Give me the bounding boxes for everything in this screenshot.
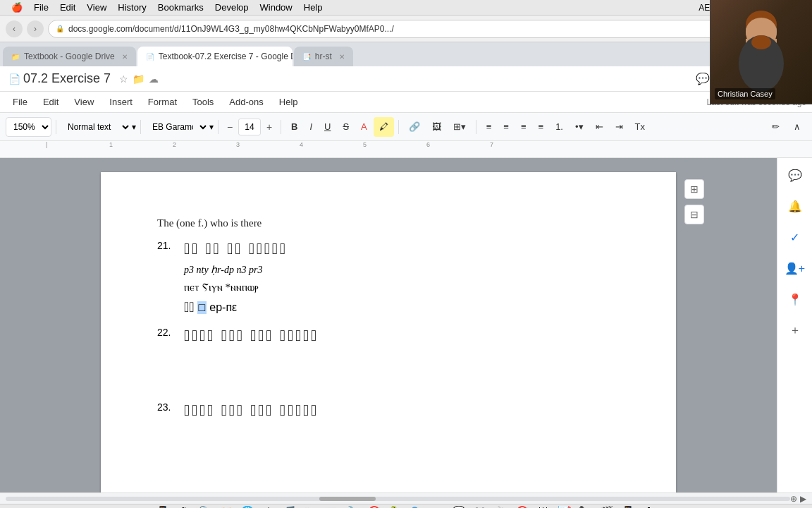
table-button[interactable]: ⊞▾ xyxy=(448,117,472,137)
toolbar-divider-2 xyxy=(140,120,141,134)
tab-docs-favicon: 📄 xyxy=(146,53,154,61)
taskbar-code[interactable]: 🐍 xyxy=(388,504,403,509)
unordered-list[interactable]: •▾ xyxy=(570,117,589,137)
scroll-corner: ⊕ ▶ xyxy=(790,494,806,504)
taskbar-memo[interactable]: 📝 xyxy=(557,504,572,509)
edit-menu[interactable]: Edit xyxy=(54,2,81,13)
doc-menu-view[interactable]: View xyxy=(67,94,101,110)
taskbar: 📱 🗒 🔍 📁 🌐 ⚙ 🎵 📷 💻 🔧 🎯 🐍 🎭 📨 💬 🎮 🔌 🎯 🛡 📝 … xyxy=(0,504,812,508)
sidebar-comments-icon[interactable]: 💬 xyxy=(784,164,806,186)
history-menu[interactable]: History xyxy=(112,2,152,13)
tab-hr[interactable]: 📑 hr-st ✕ xyxy=(294,47,353,66)
align-center[interactable]: ≡ xyxy=(498,117,515,137)
taskbar-dart[interactable]: 🎯 xyxy=(515,504,530,509)
doc-menu-format[interactable]: Format xyxy=(141,94,184,110)
doc-menu-file[interactable]: File xyxy=(6,94,35,110)
video-call-inset: Christian Casey xyxy=(710,0,812,104)
sidebar-notifications-icon[interactable]: 🔔 xyxy=(784,195,806,217)
bookmarks-menu[interactable]: Bookmarks xyxy=(152,2,209,13)
doc-menu-insert[interactable]: Insert xyxy=(102,94,140,110)
sidebar-adduser-icon[interactable]: 👤+ xyxy=(784,257,806,279)
taskbar-browser[interactable]: 🌐 xyxy=(240,504,255,509)
comment-icon[interactable]: 💬 xyxy=(696,72,710,85)
item-23-number: 23. xyxy=(157,401,178,420)
back-button[interactable]: ‹ xyxy=(6,20,23,37)
taskbar-finder[interactable]: 📁 xyxy=(219,504,234,509)
tab-hr-close[interactable]: ✕ xyxy=(339,53,345,61)
taskbar-laptop[interactable]: 💻 xyxy=(324,504,340,509)
expand-btn-1[interactable]: ⊞ xyxy=(684,179,704,199)
align-left[interactable]: ≡ xyxy=(481,117,498,137)
help-menu[interactable]: Help xyxy=(298,2,328,13)
folder-icon[interactable]: 📁 xyxy=(133,73,144,85)
clear-format[interactable]: Tx xyxy=(629,117,651,137)
tab-drive-close[interactable]: ✕ xyxy=(122,53,128,61)
align-justify[interactable]: ≡ xyxy=(533,117,550,137)
taskbar-spotlight[interactable]: 🔍 xyxy=(197,504,213,509)
style-select[interactable]: Normal textHeading 1 xyxy=(61,117,131,137)
indent-more[interactable]: ⇥ xyxy=(610,117,629,137)
edit-mode-button[interactable]: ✏ xyxy=(766,117,785,137)
expand-toolbar[interactable]: ∧ xyxy=(788,117,806,137)
doc-menu-addons[interactable]: Add-ons xyxy=(222,94,270,110)
ordered-list[interactable]: 1. xyxy=(550,117,569,137)
doc-menu-edit[interactable]: Edit xyxy=(36,94,66,110)
sidebar-add-icon[interactable]: ＋ xyxy=(784,319,806,341)
taskbar-mail[interactable]: 📨 xyxy=(430,504,445,509)
view-menu[interactable]: View xyxy=(81,2,112,13)
window-menu[interactable]: Window xyxy=(254,2,298,13)
taskbar-phone2[interactable]: 📞 xyxy=(578,504,593,509)
item-22-hieroglyphs: 𓅀𓁐𓂋𓅓 𓏏𓎡𓈙 𓐝𓅓𓌀 𓃒𓅓𓌀𓄫𓀀 xyxy=(184,327,319,345)
forward-button[interactable]: › xyxy=(27,20,44,37)
italic-button[interactable]: I xyxy=(304,117,318,137)
address-bar[interactable]: 🔒 docs.google.com/document/d/11OnJ9WL4G3… xyxy=(48,20,750,38)
zoom-select[interactable]: 150%100%75% xyxy=(6,117,51,137)
font-size-decrease[interactable]: − xyxy=(223,119,237,135)
tab-docs[interactable]: 📄 Textbook-07.2 Exercise 7 - Google Docs… xyxy=(137,47,293,66)
expand-btn-2[interactable]: ⊟ xyxy=(684,205,704,224)
taskbar-video[interactable]: 🎬 xyxy=(599,504,615,509)
tab-drive[interactable]: 📁 Textbook - Google Drive ✕ xyxy=(3,47,136,66)
scroll-down-btn[interactable]: ▶ xyxy=(800,494,806,504)
taskbar-settings[interactable]: ⚙ xyxy=(261,504,276,509)
strikethrough-button[interactable]: S xyxy=(337,117,355,137)
taskbar-phone[interactable]: 📱 xyxy=(155,504,171,509)
taskbar-mask[interactable]: 🎭 xyxy=(409,504,424,509)
underline-button[interactable]: U xyxy=(319,117,336,137)
doc-scroll-area[interactable]: The (one f.) who is there 21. 𓅀𓁐 𓏏𓄡 𓇋𓇋 𓈖… xyxy=(0,158,777,492)
taskbar-game[interactable]: 🎮 xyxy=(472,504,488,509)
taskbar-target[interactable]: 🎯 xyxy=(367,504,382,509)
scroll-up-btn[interactable]: ⊕ xyxy=(790,494,797,504)
text-color-button[interactable]: A xyxy=(355,117,373,137)
link-button[interactable]: 🔗 xyxy=(403,117,426,137)
develop-menu[interactable]: Develop xyxy=(209,2,254,13)
file-menu[interactable]: File xyxy=(28,2,54,13)
taskbar-notes[interactable]: 🗒 xyxy=(176,504,192,509)
taskbar-shield[interactable]: 🛡 xyxy=(536,504,551,509)
font-select[interactable]: EB Garamo... xyxy=(145,117,209,137)
indent-less[interactable]: ⇤ xyxy=(590,117,609,137)
font-size-input[interactable] xyxy=(238,119,261,135)
taskbar-plugin[interactable]: 🔌 xyxy=(493,504,509,509)
item-21-hieroglyphs: 𓅀𓁐 𓏏𓄡 𓇋𓇋 𓈖𓊪𓏏𓂋𓃀 xyxy=(184,240,288,258)
ruler-mark-7: 7 xyxy=(490,141,493,148)
horizontal-scrollbar[interactable] xyxy=(6,497,790,501)
font-size-increase[interactable]: + xyxy=(262,119,276,135)
apple-menu[interactable]: 🍎 xyxy=(6,2,28,13)
highlight-button[interactable]: 🖍 xyxy=(374,117,394,137)
sidebar-location-icon[interactable]: 📍 xyxy=(784,288,806,310)
taskbar-camera[interactable]: 📷 xyxy=(303,504,319,509)
taskbar-tools[interactable]: 🔧 xyxy=(345,504,361,509)
taskbar-trash[interactable]: 🗑 xyxy=(641,504,657,509)
star-icon[interactable]: ☆ xyxy=(119,73,128,85)
cloud-icon[interactable]: ☁ xyxy=(149,73,159,85)
taskbar-chat[interactable]: 💬 xyxy=(451,504,467,509)
sidebar-sync-icon[interactable]: ✓ xyxy=(784,226,806,248)
image-button[interactable]: 🖼 xyxy=(426,117,447,137)
doc-menu-tools[interactable]: Tools xyxy=(185,94,221,110)
bold-button[interactable]: B xyxy=(285,117,303,137)
doc-menu-help[interactable]: Help xyxy=(272,94,305,110)
taskbar-music[interactable]: 🎵 xyxy=(282,504,297,509)
align-right[interactable]: ≡ xyxy=(515,117,532,137)
taskbar-mobile[interactable]: 📱 xyxy=(620,504,636,509)
